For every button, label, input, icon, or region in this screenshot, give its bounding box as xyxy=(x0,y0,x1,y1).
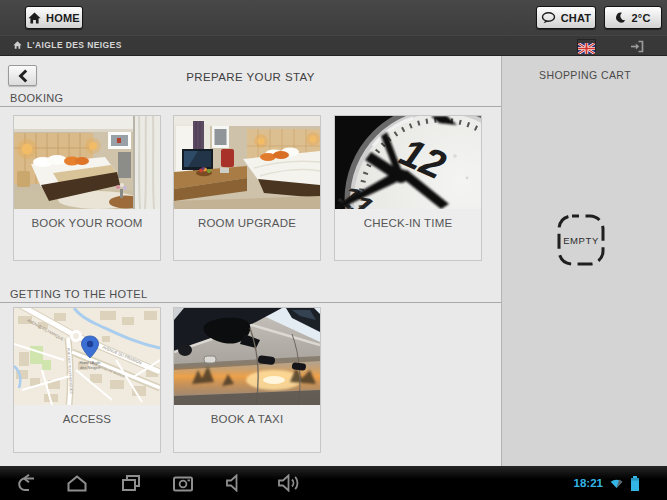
hotel-room-photo xyxy=(14,116,160,209)
card-label: CHECK-IN TIME xyxy=(335,217,481,229)
page-title: PREPARE YOUR STAY xyxy=(0,71,501,83)
card-check-in-time[interactable]: 12 11 CHECK-IN TIME xyxy=(334,115,482,261)
android-back-icon[interactable] xyxy=(15,474,39,492)
cart-empty-label: EMPTY xyxy=(557,214,605,266)
section-label-getting-to-hotel: GETTING TO THE HOTEL xyxy=(10,288,147,300)
card-label: ROOM UPGRADE xyxy=(174,217,320,229)
top-bar: HOME CHAT 2°C xyxy=(0,0,667,35)
weather-button-label: 2°C xyxy=(631,12,650,24)
clock-photo: 12 11 xyxy=(335,116,481,209)
volume-up-icon[interactable] xyxy=(277,474,301,492)
login-arrow-icon xyxy=(630,40,644,53)
android-home-icon[interactable] xyxy=(65,474,89,492)
uk-flag-icon xyxy=(578,43,595,54)
weather-button[interactable]: 2°C xyxy=(604,6,662,29)
crescent-moon-icon xyxy=(615,12,626,23)
chat-button-label: CHAT xyxy=(561,12,592,24)
login-button[interactable] xyxy=(630,39,644,52)
android-navigation-bar: 18:21 xyxy=(0,466,667,500)
card-label: BOOK A TAXI xyxy=(174,413,320,425)
section-label-booking: BOOKING xyxy=(10,92,63,104)
map-pin-label: des Neiges xyxy=(80,365,100,370)
card-access[interactable]: AVENUE OLYMPIQUE AVENUE DU PRARION RUE N… xyxy=(13,307,161,453)
screenshot-camera-icon[interactable] xyxy=(171,474,195,492)
room-upgrade-photo xyxy=(174,116,320,209)
house-icon xyxy=(13,41,22,49)
home-button-label: HOME xyxy=(46,12,80,24)
wifi-icon xyxy=(610,478,623,489)
shopping-cart-panel: SHOPPING CART EMPTY xyxy=(501,56,667,466)
chat-bubble-icon xyxy=(541,12,556,24)
hotel-app-screen: HOME CHAT 2°C L'AIGLE DES NEIGES xyxy=(0,0,667,500)
breadcrumb[interactable]: L'AIGLE DES NEIGES xyxy=(13,40,122,50)
section-divider xyxy=(0,302,501,303)
card-book-your-room[interactable]: BOOK YOUR ROOM xyxy=(13,115,161,261)
volume-down-icon[interactable] xyxy=(223,474,247,492)
hotel-name: L'AIGLE DES NEIGES xyxy=(27,40,122,50)
status-cluster: 18:21 xyxy=(574,466,640,500)
main-content: PREPARE YOUR STAY BOOKING xyxy=(0,56,501,466)
cart-empty-badge: EMPTY xyxy=(557,214,605,266)
hotel-breadcrumb-bar: L'AIGLE DES NEIGES xyxy=(0,35,667,56)
section-divider xyxy=(0,106,501,107)
chat-button[interactable]: CHAT xyxy=(536,6,596,29)
language-flag-button[interactable] xyxy=(578,40,595,51)
shopping-cart-title: SHOPPING CART xyxy=(502,69,667,81)
card-label: BOOK YOUR ROOM xyxy=(14,217,160,229)
home-button[interactable]: HOME xyxy=(25,6,83,29)
card-book-a-taxi[interactable]: BOOK A TAXI xyxy=(173,307,321,453)
clock-time: 18:21 xyxy=(574,477,603,489)
battery-icon xyxy=(630,476,640,491)
taxi-car-photo xyxy=(174,308,320,405)
card-room-upgrade[interactable]: ROOM UPGRADE xyxy=(173,115,321,261)
house-icon xyxy=(28,12,41,24)
android-recents-icon[interactable] xyxy=(119,474,143,492)
access-map-photo: AVENUE OLYMPIQUE AVENUE DU PRARION RUE N… xyxy=(14,308,160,405)
card-label: ACCESS xyxy=(14,413,160,425)
